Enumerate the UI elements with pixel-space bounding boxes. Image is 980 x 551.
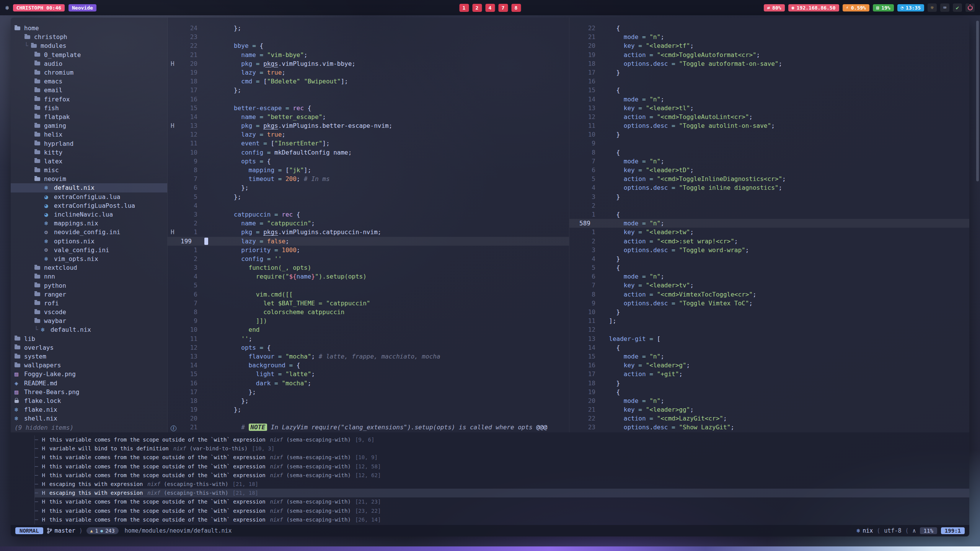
nixos-logo-icon[interactable]: ❄: [5, 4, 9, 11]
code-line[interactable]: 2 config = '': [168, 254, 569, 263]
code-line[interactable]: 17 };: [168, 388, 569, 396]
code-line[interactable]: 23: [168, 33, 569, 41]
tree-item-misc[interactable]: misc: [11, 166, 167, 174]
tree-item-fish[interactable]: fish: [11, 104, 167, 112]
code-line[interactable]: 20 mode = "n";: [569, 396, 969, 405]
diagnostic-row[interactable]: ─Hescaping this with expressionnixf(esca…: [35, 480, 969, 489]
code-line[interactable]: 12 lazy = true;: [168, 130, 569, 139]
code-line[interactable]: 6 key = "<leader>tD";: [569, 166, 969, 174]
tree-item-home[interactable]: home: [11, 24, 167, 33]
code-line[interactable]: 19 lazy = true;: [168, 68, 569, 77]
code-line[interactable]: 9: [569, 139, 969, 148]
tree-item-audio[interactable]: audio: [11, 59, 167, 68]
code-line[interactable]: 16 key = "<leader>g";: [569, 361, 969, 370]
code-line[interactable]: 2 action = "<cmd>:set wrap!<cr>";: [569, 237, 969, 246]
code-line[interactable]: 22 bbye = {: [168, 41, 569, 50]
tree-item-README.md[interactable]: ◈README.md: [11, 379, 167, 388]
tree-item-kitty[interactable]: kitty: [11, 148, 167, 157]
workspace-8[interactable]: 8: [511, 4, 521, 12]
workspace-1[interactable]: 1: [459, 4, 469, 12]
tree-item-inclineNavic.lua[interactable]: ◕inclineNavic.lua: [11, 210, 167, 219]
code-line[interactable]: 12 action = "<cmd>ToggleAutoLint<cr>";: [569, 112, 969, 121]
code-line[interactable]: 12 opts = {: [168, 343, 569, 352]
code-line[interactable]: 14 {: [569, 343, 969, 352]
tree-item-christoph[interactable]: christoph: [11, 33, 167, 41]
diagnostic-row[interactable]: ─Hthis variable comes from the scope out…: [35, 507, 969, 515]
code-line[interactable]: 8 action = "<cmd>VimtexTocToggle<cr>";: [569, 290, 969, 299]
code-line[interactable]: 17 };: [168, 86, 569, 95]
tree-item-nnn[interactable]: nnn: [11, 272, 167, 281]
tree-item-wallpapers[interactable]: wallpapers: [11, 361, 167, 370]
code-line[interactable]: 1 priority = 1000;: [168, 246, 569, 254]
code-line[interactable]: H1 pkg = pkgs.vimPlugins.catppuccin-nvim…: [168, 228, 569, 236]
code-line[interactable]: 7 let $BAT_THEME = "catppuccin": [168, 299, 569, 308]
code-line[interactable]: 15 mode = "n";: [569, 352, 969, 361]
diagnostic-row[interactable]: ─Hthis variable comes from the scope out…: [35, 515, 969, 524]
scrollbar[interactable]: [976, 21, 979, 181]
tree-item-extraConfigLuaPost.lua[interactable]: ◕extraConfigLuaPost.lua: [11, 201, 167, 210]
tree-item-options.nix[interactable]: ❄options.nix: [11, 237, 167, 246]
code-line[interactable]: 11 options.desc = "Toggle autolint-on-sa…: [569, 121, 969, 130]
code-line[interactable]: 20: [168, 414, 569, 423]
power-icon[interactable]: [965, 3, 975, 12]
tree-item-Three-Bears.png[interactable]: ▨Three-Bears.png: [11, 388, 167, 396]
code-line[interactable]: 16: [569, 77, 969, 86]
code-line[interactable]: 3 function(_, opts): [168, 263, 569, 272]
workspace-2[interactable]: 2: [472, 4, 482, 12]
code-line[interactable]: 11 '';: [168, 334, 569, 343]
code-line[interactable]: 5: [168, 281, 569, 290]
code-line[interactable]: 4 options.desc = "Toggle inline diagnost…: [569, 183, 969, 192]
code-line[interactable]: 15 better-escape = rec {: [168, 104, 569, 112]
tree-item-vscode[interactable]: vscode: [11, 308, 167, 316]
diagnostic-row[interactable]: ─Hthis variable comes from the scope out…: [35, 471, 969, 480]
tree-item-vim_opts.nix[interactable]: ❄vim_opts.nix: [11, 254, 167, 263]
tree-item-nextcloud[interactable]: nextcloud: [11, 263, 167, 272]
code-line[interactable]: 7 key = "<leader>tv";: [569, 281, 969, 290]
code-line[interactable]: 11 ];: [569, 316, 969, 325]
code-line[interactable]: 6 mode = "n";: [569, 272, 969, 281]
memory-widget[interactable]: ▤19%: [873, 4, 894, 11]
transfer-widget[interactable]: ⇄80%: [764, 4, 785, 11]
tree-item-vale_config.ini[interactable]: ⚙vale_config.ini: [11, 246, 167, 254]
tree-item-latex[interactable]: latex: [11, 157, 167, 166]
tree-item-gaming[interactable]: gaming: [11, 121, 167, 130]
tree-item-ranger[interactable]: ranger: [11, 290, 167, 299]
tree-item-default.nix[interactable]: ❄default.nix: [11, 183, 167, 192]
network-widget[interactable]: ◉192.168.86.50: [788, 4, 839, 11]
tree-item-lib[interactable]: lib: [11, 334, 167, 343]
tree-item-flake.lock[interactable]: flake.lock: [11, 396, 167, 405]
tree-item-neovim[interactable]: neovim: [11, 174, 167, 183]
code-line[interactable]: 3 catppuccin = rec {: [168, 210, 569, 219]
code-line[interactable]: 9 ]]): [168, 316, 569, 325]
cpu-widget[interactable]: ⚡0.59%: [843, 4, 869, 11]
tree-item-shell.nix[interactable]: ❄shell.nix: [11, 414, 167, 423]
tree-item-modules[interactable]: └modules: [11, 41, 167, 50]
diagnostic-row[interactable]: ─Hthis variable comes from the scope out…: [35, 497, 969, 506]
tree-item-python[interactable]: python: [11, 281, 167, 290]
check-status-icon[interactable]: ✔: [953, 3, 962, 12]
code-line[interactable]: 17 }: [569, 68, 969, 77]
code-line[interactable]: 2 name = "catppuccin";: [168, 219, 569, 228]
code-line[interactable]: 19 action = "<cmd>ToggleAutoformat<cr>";: [569, 51, 969, 59]
tree-item-default.nix[interactable]: └❄default.nix: [11, 325, 167, 334]
code-line[interactable]: 22 action = "<cmd>LazyGit<cr>";: [569, 414, 969, 423]
tree-item-emacs[interactable]: emacs: [11, 77, 167, 86]
code-line[interactable]: 589 mode = "n";: [569, 219, 969, 228]
code-line[interactable]: 21 mode = "n";: [569, 33, 969, 41]
code-line[interactable]: 3 }: [569, 192, 969, 201]
code-line[interactable]: 5 action = "<cmd>ToggleInlineDiagnostics…: [569, 174, 969, 183]
code-line[interactable]: 13 key = "<leader>tl";: [569, 104, 969, 112]
git-branch[interactable]: master: [47, 527, 75, 534]
code-line[interactable]: 5 {: [569, 263, 969, 272]
keyboard-layout-icon[interactable]: ⌨: [940, 3, 949, 12]
code-line[interactable]: 10 }: [569, 308, 969, 316]
code-line[interactable]: 18 }: [569, 379, 969, 388]
code-line[interactable]: 19 };: [168, 405, 569, 414]
tree-item-0_template[interactable]: 0_template: [11, 51, 167, 59]
tree-item-flatpak[interactable]: flatpak: [11, 112, 167, 121]
tree-item-system[interactable]: system: [11, 352, 167, 361]
code-line[interactable]: 5 };: [168, 192, 569, 201]
tree-item-waybar[interactable]: waybar: [11, 316, 167, 325]
code-line[interactable]: 21 name = "vim-bbye";: [168, 51, 569, 59]
code-line[interactable]: 8 mapping = ["jk"];: [168, 166, 569, 174]
